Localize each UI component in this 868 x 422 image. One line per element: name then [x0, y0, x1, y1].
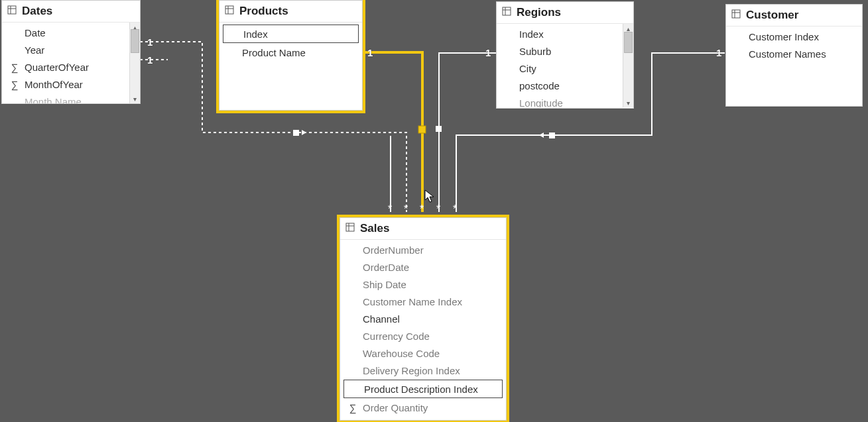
table-products-header[interactable]: Products	[219, 1, 362, 23]
scroll-thumb[interactable]	[131, 29, 139, 53]
svg-rect-4	[8, 6, 16, 14]
svg-rect-7	[225, 6, 233, 14]
cardinality-one: 1	[147, 54, 153, 66]
table-icon	[731, 9, 741, 22]
table-sales[interactable]: Sales OrderNumber OrderDate Ship Date Cu…	[340, 217, 507, 421]
svg-rect-3	[549, 132, 555, 138]
field-dates-year[interactable]: Year	[2, 41, 140, 58]
scroll-thumb[interactable]	[624, 32, 633, 53]
field-customer-names[interactable]: Customer Names	[726, 45, 862, 62]
table-dates-header[interactable]: Dates	[2, 1, 140, 23]
scroll-down-icon[interactable]: ▾	[623, 98, 633, 107]
svg-rect-10	[503, 7, 511, 15]
field-sales-channel[interactable]: Channel	[340, 310, 506, 327]
table-dates-title: Dates	[22, 5, 52, 18]
svg-rect-13	[732, 10, 740, 18]
table-icon	[502, 6, 511, 19]
field-sales-region[interactable]: Delivery Region Index	[340, 362, 506, 379]
scroll-down-icon[interactable]: ▾	[130, 94, 140, 103]
table-sales-title: Sales	[360, 222, 389, 235]
cardinality-one: 1	[716, 47, 721, 58]
field-dates-month[interactable]: ∑MonthOfYear	[2, 76, 140, 93]
cardinality-many: *	[404, 203, 408, 215]
sigma-icon: ∑	[9, 79, 21, 90]
table-products[interactable]: Products Index Product Name	[219, 0, 363, 111]
svg-rect-1	[418, 126, 426, 133]
field-sales-orderqty[interactable]: ∑Order Quantity	[340, 399, 506, 416]
field-sales-orderdate[interactable]: OrderDate	[340, 258, 506, 276]
svg-rect-2	[436, 126, 442, 132]
table-products-title: Products	[239, 5, 288, 18]
table-customer[interactable]: Customer Customer Index Customer Names	[725, 4, 863, 107]
field-customer-index[interactable]: Customer Index	[726, 28, 862, 45]
table-sales-header[interactable]: Sales	[340, 218, 506, 240]
mouse-cursor	[424, 189, 435, 204]
field-products-name[interactable]: Product Name	[219, 44, 362, 61]
scrollbar-regions[interactable]: ▴ ▾	[623, 24, 633, 107]
relation-regions-sales[interactable]	[436, 53, 496, 212]
scrollbar-dates[interactable]: ▴ ▾	[129, 23, 140, 103]
field-regions-longitude[interactable]: Longitude	[497, 94, 633, 107]
cardinality-many: *	[420, 203, 424, 215]
field-sales-custnameidx[interactable]: Customer Name Index	[340, 293, 506, 310]
field-sales-productdesc[interactable]: Product Description Index	[344, 380, 502, 397]
field-sales-ordernumber[interactable]: OrderNumber	[340, 241, 506, 258]
sigma-icon: ∑	[347, 402, 359, 413]
svg-rect-0	[293, 130, 299, 136]
field-regions-index[interactable]: Index	[497, 25, 633, 42]
table-regions-header[interactable]: Regions	[497, 2, 633, 24]
cardinality-one: 1	[367, 47, 373, 58]
table-icon	[7, 5, 17, 18]
table-customer-header[interactable]: Customer	[726, 5, 862, 26]
field-products-index[interactable]: Index	[223, 25, 358, 42]
field-regions-city[interactable]: City	[497, 60, 633, 77]
field-dates-quarter[interactable]: ∑QuarterOfYear	[2, 58, 140, 76]
field-sales-shipdate[interactable]: Ship Date	[340, 276, 506, 293]
field-sales-currency[interactable]: Currency Code	[340, 327, 506, 344]
cardinality-many: *	[388, 203, 392, 215]
field-dates-date[interactable]: Date	[2, 24, 140, 41]
sigma-icon: ∑	[9, 62, 21, 73]
table-icon	[345, 222, 355, 235]
table-customer-title: Customer	[746, 9, 798, 22]
cardinality-many: *	[453, 203, 457, 215]
field-regions-postcode[interactable]: postcode	[497, 77, 633, 94]
cardinality-one: 1	[485, 47, 491, 58]
field-regions-suburb[interactable]: Suburb	[497, 42, 633, 60]
cardinality-many: *	[436, 203, 440, 215]
table-regions[interactable]: Regions Index Suburb City postcode Longi…	[496, 1, 634, 109]
table-icon	[225, 5, 234, 18]
svg-rect-16	[346, 223, 354, 231]
cardinality-one: 1	[147, 36, 153, 48]
table-dates[interactable]: Dates Date Year ∑QuarterOfYear ∑MonthOfY…	[1, 0, 141, 104]
field-sales-warehouse[interactable]: Warehouse Code	[340, 344, 506, 362]
relation-products-sales[interactable]	[363, 52, 426, 212]
table-regions-title: Regions	[517, 6, 561, 19]
field-dates-monthname[interactable]: Month Name	[2, 93, 140, 103]
